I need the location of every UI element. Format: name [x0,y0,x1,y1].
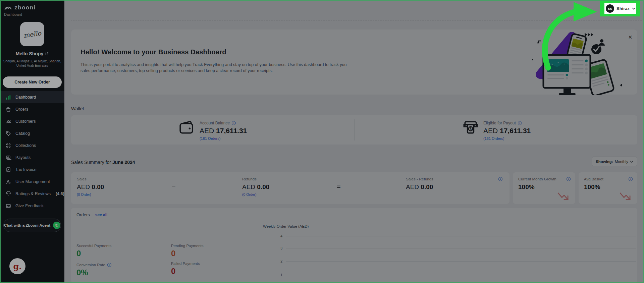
header-separator [71,20,644,20]
minus-operator: − [172,183,176,191]
wallet-card: Account Balance AED 17,611.31 (161 Order… [71,115,637,145]
svg-text:$: $ [470,127,472,131]
trend-down-icon [557,192,570,202]
shop-logo-text: mello [23,29,41,39]
bar-chart-icon [5,94,11,100]
tag-icon [5,130,11,136]
eligible-payout-label: Eligible for Payout [483,121,516,125]
sidebar-item-tax-invoice[interactable]: Tax Invoice [0,164,64,176]
sales-orders-link[interactable]: (0 Order) [77,192,104,196]
chart-gridline [286,236,636,236]
sidebar-item-orders[interactable]: Orders [0,103,64,115]
avg-basket-metric: Avg Basket 100% [584,177,633,191]
eligible-payout-block: $ Eligible for Payout AED 17,611.31 (161… [463,120,531,140]
info-icon[interactable] [629,177,633,181]
chart-gridline [286,248,636,248]
banner-title: Hello! Welcome to your Business Dashboar… [80,48,226,56]
see-all-link[interactable]: see all [95,213,108,217]
shop-address: Sharjah, Al Majaz 2, Al Majaz, Sharjah, … [3,59,62,68]
chat-with-agent-button[interactable]: Chat with a Zbooni Agent [3,219,61,232]
shop-name[interactable]: Mello Shopy [0,51,64,56]
banknotes-icon [5,155,11,161]
wallet-divider [354,119,355,140]
info-icon[interactable] [498,177,502,181]
avg-basket-card: Avg Basket 100% [579,172,637,204]
conversion-rate-stat: Conversion Rate 0% [76,263,111,277]
brand-wordmark: zbooni [14,4,36,11]
grid-dots-icon [5,143,11,149]
sales-refunds-card: Sales AED 0.00 (0 Order) − Refunds AED 0… [71,172,509,204]
chart-y-tick: 3 [274,246,282,250]
rating-value: (4.6) [56,191,64,196]
orders-card: Orders see all Succesful Payments 0 Pend… [71,208,637,283]
sales-metric: Sales AED 0.00 (0 Order) [77,177,104,196]
external-link-icon[interactable] [45,52,49,56]
banner-description: This is your portal to analytics and ins… [80,62,355,74]
account-balance-block: Account Balance AED 17,611.31 (161 Order… [179,120,247,140]
sidebar-item-give-feedback[interactable]: Give Feedback [0,200,64,212]
sidebar-item-catalog[interactable]: Catalog [0,127,64,139]
dashboard-screen: zbooni Dashboard mello Mello Shopy Sharj… [0,0,644,283]
welcome-banner: Hello! Welcome to your Business Dashboar… [71,30,637,95]
shop-logo: mello [20,22,44,46]
pending-payments-stat: Pending Payments 0 [171,244,204,258]
successful-payments-stat: Succesful Payments 0 [76,244,111,258]
user-menu-dropdown[interactable]: SS Shiraz [604,3,636,14]
chevron-down-icon [630,161,633,163]
receipt-percent-icon [5,167,11,173]
sidebar-item-payouts[interactable]: Payouts [0,152,64,164]
account-balance-value: AED 17,611.31 [200,127,247,135]
chevron-down-icon [632,7,636,10]
user-name: Shiraz [616,6,630,11]
refunds-metric: Refunds AED 0.00 (0 Order) [242,177,269,196]
brand-logo: zbooni [0,0,64,12]
refunds-orders-link[interactable]: (0 Order) [242,192,269,196]
inbox-icon [5,203,11,209]
equals-operator: = [337,183,341,191]
sidebar-nav: Dashboard Orders Customers Catalog [0,91,64,212]
zbooni-logo-icon [4,5,12,11]
eligible-payout-orders-link[interactable]: (161 Orders) [483,136,531,140]
wallet-section-title: Wallet [71,106,84,111]
account-balance-label: Account Balance [200,121,230,125]
chart-y-tick: 4 [274,234,282,238]
current-month-growth-card: Current Month Growth 100% [513,172,575,204]
chart-y-tick: 1 [274,273,282,277]
showing-period-select[interactable]: Showing: Monthly [592,157,637,166]
sales-summary-title: Sales Summary for June 2024 [71,160,135,165]
payout-icon: $ [463,120,478,135]
orders-section-title: Orders [76,212,90,217]
sidebar-item-customers[interactable]: Customers [0,115,64,127]
failed-payments-stat: Failed Payments 0 [171,262,200,276]
info-icon[interactable] [232,121,236,125]
sidebar: zbooni Dashboard mello Mello Shopy Sharj… [0,0,64,283]
chart-y-tick: 2 [274,259,282,263]
avatar: SS [606,4,614,13]
growth-metric: Current Month Growth 100% [518,177,571,191]
gleap-widget-button[interactable]: g. [9,258,25,274]
dashboard-illustration [530,31,637,95]
sidebar-item-collections[interactable]: Collections [0,139,64,152]
shopping-bag-icon [5,106,11,112]
info-icon[interactable] [567,177,571,181]
chart-title: Weekly Order Value (AED) [263,224,309,228]
sidebar-item-dashboard[interactable]: Dashboard [0,91,64,103]
eligible-payout-value: AED 17,611.31 [483,127,531,135]
account-balance-orders-link[interactable]: (161 Orders) [200,136,247,140]
wallet-icon [179,120,195,135]
sidebar-item-user-management[interactable]: User Management [0,176,64,188]
info-icon[interactable] [107,263,111,267]
whatsapp-icon [53,222,60,229]
net-sales-metric: Sales - Refunds AED 0.00 [406,177,502,191]
chart-gridline [286,261,636,262]
sidebar-item-ratings-reviews[interactable]: Ratings & Reviews (4.6) [0,188,64,200]
smiley-icon [5,191,11,197]
customers-icon [5,118,11,124]
user-plus-icon [5,179,11,185]
annotation-highlight-box: SS Shiraz [600,0,640,16]
create-new-order-button[interactable]: Create New Order [3,76,62,88]
chart-gridline [286,275,636,275]
info-icon[interactable] [518,121,522,125]
brand-page-label: Dashboard [0,12,64,17]
trend-down-icon [619,192,632,202]
